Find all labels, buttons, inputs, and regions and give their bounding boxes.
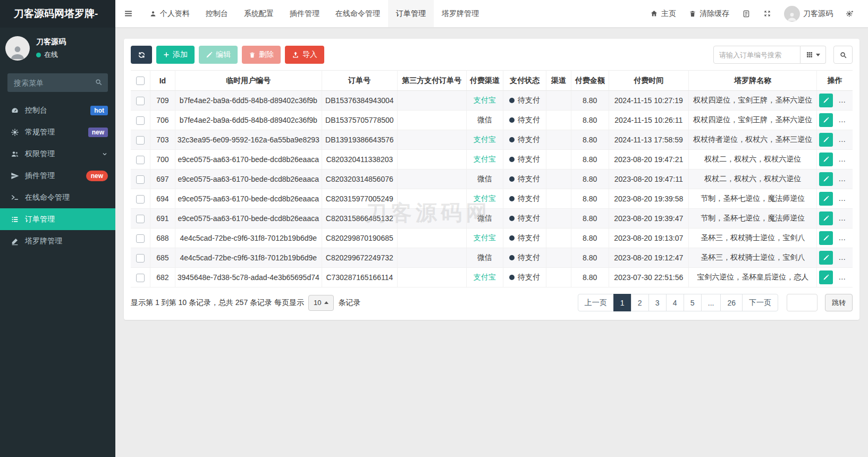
row-checkbox[interactable] xyxy=(136,274,145,282)
row-checkbox[interactable] xyxy=(136,195,145,204)
sidebar-item-orders[interactable]: 订单管理 xyxy=(0,208,115,230)
pagination: 显示第 1 到第 10 条记录，总共 257 条记录 每页显示 10 条记录 上… xyxy=(131,294,853,311)
nav-system-config[interactable]: 系统配置 xyxy=(236,0,282,27)
fullscreen-button[interactable] xyxy=(757,10,778,18)
cell-temp-user-no: e9ce0575-aa63-6170-bede-dcd8b26eaaca xyxy=(175,209,322,228)
docs-icon-button[interactable] xyxy=(736,10,757,18)
brand-title: 刀客源码网塔罗牌- xyxy=(0,0,115,28)
sidebar-item-dashboard[interactable]: 控制台 hot xyxy=(0,99,115,121)
status-label: 待支付 xyxy=(518,273,540,281)
order-search-input[interactable] xyxy=(713,46,800,64)
cell-channel xyxy=(546,209,571,228)
table-row: 697 e9ce0575-aa63-6170-bede-dcd8b26eaaca… xyxy=(131,170,853,189)
row-checkbox[interactable] xyxy=(136,254,145,263)
page-button-1[interactable]: 1 xyxy=(613,294,631,311)
settings-button[interactable] xyxy=(839,10,861,18)
next-page-button[interactable]: 下一页 xyxy=(742,294,778,311)
prev-page-button[interactable]: 上一页 xyxy=(578,294,614,311)
row-edit-button[interactable] xyxy=(819,270,833,284)
cell-third-party-no xyxy=(397,91,466,111)
table-row: 694 e9ce0575-aa63-6170-bede-dcd8b26eaaca… xyxy=(131,189,853,209)
search-icon xyxy=(95,78,103,86)
row-checkbox[interactable] xyxy=(136,156,145,164)
nav-home[interactable]: 主页 xyxy=(644,9,682,19)
row-edit-button[interactable] xyxy=(819,94,833,107)
page-button-26[interactable]: 26 xyxy=(720,294,743,311)
sidebar: 刀客源码网塔罗牌- 刀客源码 在线 控制台 hot xyxy=(0,0,115,457)
row-checkbox[interactable] xyxy=(136,175,145,184)
row-delete-button[interactable] xyxy=(838,270,852,284)
row-delete-button[interactable] xyxy=(838,113,852,127)
row-checkbox[interactable] xyxy=(136,97,145,105)
cell-pay-channel: 支付宝 xyxy=(466,228,503,248)
nav-profile[interactable]: 个人资料 xyxy=(141,0,198,27)
page-button-2[interactable]: 2 xyxy=(631,294,649,311)
jump-button[interactable]: 跳转 xyxy=(825,294,853,311)
cell-order-no: DB15375705778500 xyxy=(322,111,397,130)
cell-third-party-no xyxy=(397,111,466,130)
cell-order-no: C820299870190685 xyxy=(322,228,397,248)
row-delete-button[interactable] xyxy=(838,251,852,265)
row-edit-button[interactable] xyxy=(819,251,833,265)
add-button[interactable]: 添加 xyxy=(156,46,195,64)
row-edit-button[interactable] xyxy=(819,113,833,127)
cell-temp-user-no: 4e4c5cad-72be-c9f6-31f8-7012b19b6d9e xyxy=(175,248,322,268)
refresh-button[interactable] xyxy=(131,46,152,64)
nav-plugins[interactable]: 插件管理 xyxy=(282,0,327,27)
row-select-cell xyxy=(131,91,150,111)
sidebar-item-permissions[interactable]: 权限管理 xyxy=(0,143,115,165)
sidebar-item-online-commands[interactable]: 在线命令管理 xyxy=(0,187,115,208)
row-edit-button[interactable] xyxy=(819,192,833,206)
search-button[interactable] xyxy=(833,46,853,64)
nav-orders[interactable]: 订单管理 xyxy=(388,0,434,27)
status-label: 待支付 xyxy=(518,115,540,124)
nav-dashboard[interactable]: 控制台 xyxy=(198,0,236,27)
sidebar-item-tarot[interactable]: 塔罗牌管理 xyxy=(0,230,115,252)
nav-clear-cache[interactable]: 清除缓存 xyxy=(682,9,736,19)
row-checkbox[interactable] xyxy=(136,116,145,125)
topbar-user[interactable]: 刀客源码 xyxy=(778,6,839,22)
page-ellipsis[interactable]: ... xyxy=(701,294,721,311)
row-edit-button[interactable] xyxy=(819,153,833,166)
nav-item-label: 主页 xyxy=(661,9,676,19)
row-checkbox[interactable] xyxy=(136,215,145,223)
select-all-checkbox[interactable] xyxy=(136,77,145,85)
avatar xyxy=(5,36,30,61)
page-button-3[interactable]: 3 xyxy=(648,294,667,311)
row-edit-button[interactable] xyxy=(819,133,833,147)
row-delete-button[interactable] xyxy=(838,172,852,186)
row-delete-button[interactable] xyxy=(838,153,852,166)
row-delete-button[interactable] xyxy=(838,94,852,107)
sidebar-item-plugins[interactable]: 插件管理 new xyxy=(0,165,115,187)
edit-button[interactable]: 编辑 xyxy=(199,46,238,64)
jump-page-input[interactable] xyxy=(787,294,818,311)
sidebar-search-input[interactable] xyxy=(7,73,108,92)
row-delete-button[interactable] xyxy=(838,231,852,245)
hamburger-icon[interactable] xyxy=(115,0,141,27)
row-checkbox[interactable] xyxy=(136,234,145,243)
row-select-cell xyxy=(131,268,150,287)
sidebar-item-general[interactable]: 常规管理 new xyxy=(0,121,115,143)
row-edit-button[interactable] xyxy=(819,211,833,225)
row-delete-button[interactable] xyxy=(838,211,852,225)
cell-temp-user-no: 3945648e-7d38-5c78-adad-4e3b65695d74 xyxy=(175,268,322,287)
row-checkbox[interactable] xyxy=(136,136,145,145)
page-button-4[interactable]: 4 xyxy=(666,294,684,311)
cell-third-party-no xyxy=(397,189,466,209)
cell-order-no: C820315977005249 xyxy=(322,189,397,209)
row-delete-button[interactable] xyxy=(838,133,852,147)
nav-tarot[interactable]: 塔罗牌管理 xyxy=(434,0,487,27)
cell-pay-channel: 支付宝 xyxy=(466,91,503,111)
cell-tarot-name: 圣杯三，权杖骑士逆位，宝剑八 xyxy=(688,248,817,268)
row-edit-button[interactable] xyxy=(819,172,833,186)
delete-button[interactable]: 删除 xyxy=(242,46,281,64)
row-delete-button[interactable] xyxy=(838,192,852,206)
import-button[interactable]: 导入 xyxy=(285,46,324,64)
page-size-dropdown[interactable]: 10 xyxy=(308,295,334,311)
columns-dropdown-button[interactable] xyxy=(800,46,826,64)
page-button-5[interactable]: 5 xyxy=(684,294,702,311)
cell-pay-time: 2023-08-20 19:39:47 xyxy=(609,209,688,228)
sidebar-search xyxy=(7,73,108,92)
row-edit-button[interactable] xyxy=(819,231,833,245)
nav-online-commands[interactable]: 在线命令管理 xyxy=(327,0,388,27)
